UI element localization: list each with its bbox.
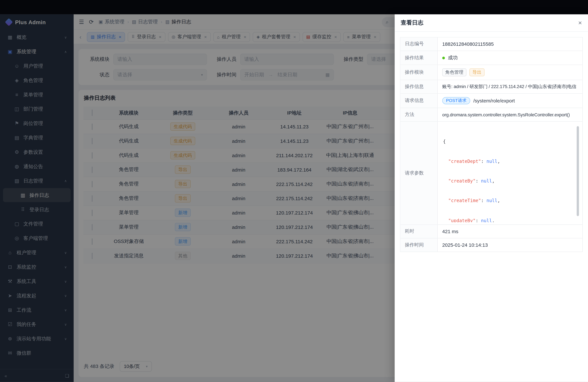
field-request: 请求信息 POST请求/system/role/export bbox=[400, 93, 582, 108]
post-method-tag: POST请求 bbox=[442, 97, 470, 104]
field-label: 耗时 bbox=[400, 225, 438, 238]
request-params-code[interactable]: { "createDept": null, "createBy": null, … bbox=[440, 124, 580, 222]
close-icon[interactable]: × bbox=[578, 19, 582, 27]
log-descriptions: 日志编号 1882612840802115585 操作结果 成功 操作模块 角色… bbox=[400, 37, 583, 252]
field-value: POST请求/system/role/export bbox=[438, 94, 583, 108]
field-params: 请求参数 { "createDept": null, "createBy": n… bbox=[400, 121, 582, 224]
field-value: 成功 bbox=[438, 51, 583, 64]
field-label: 操作模块 bbox=[400, 65, 438, 80]
scrollbar-thumb[interactable] bbox=[577, 126, 579, 216]
field-log-id: 日志编号 1882612840802115585 bbox=[400, 37, 582, 51]
window-top-strip bbox=[0, 0, 588, 14]
drawer-title: 查看日志 bbox=[401, 19, 423, 26]
request-path: /system/role/export bbox=[473, 98, 515, 104]
field-value: 1882612840802115585 bbox=[438, 37, 583, 51]
field-label: 操作信息 bbox=[400, 80, 438, 93]
field-value: 账号: admin / 研发部门 / 222.175.114.242 / 中国|… bbox=[438, 80, 583, 93]
field-label: 方法 bbox=[400, 108, 438, 121]
module-tag: 角色管理 bbox=[442, 68, 466, 76]
field-value: 421 ms bbox=[438, 225, 583, 238]
field-duration: 耗时 421 ms bbox=[400, 224, 582, 238]
field-result: 操作结果 成功 bbox=[400, 51, 582, 65]
field-label: 操作时间 bbox=[400, 238, 438, 252]
drawer-header: 查看日志 × bbox=[395, 14, 588, 32]
field-label: 日志编号 bbox=[400, 37, 438, 51]
field-value: 角色管理导出 bbox=[438, 65, 583, 80]
field-label: 请求信息 bbox=[400, 94, 438, 108]
field-value: 2025-01-24 10:14:13 bbox=[438, 238, 583, 252]
field-label: 请求参数 bbox=[400, 122, 438, 225]
field-value: { "createDept": null, "createBy": null, … bbox=[438, 122, 583, 225]
field-module: 操作模块 角色管理导出 bbox=[400, 64, 582, 80]
screen: Plus Admin ▦概览∨ ▣系统管理∧ ☺用户管理 ◈角色管理 ≡菜单管理… bbox=[0, 0, 588, 382]
field-method: 方法 org.dromara.system.controller.system.… bbox=[400, 108, 582, 121]
field-info: 操作信息 账号: admin / 研发部门 / 222.175.114.242 … bbox=[400, 80, 582, 93]
field-value: org.dromara.system.controller.system.Sys… bbox=[438, 108, 583, 121]
export-tag: 导出 bbox=[469, 68, 484, 76]
log-detail-drawer: 查看日志 × 日志编号 1882612840802115585 操作结果 成功 … bbox=[395, 14, 588, 382]
field-label: 操作结果 bbox=[400, 51, 438, 64]
drawer-body: 日志编号 1882612840802115585 操作结果 成功 操作模块 角色… bbox=[395, 32, 588, 257]
field-time: 操作时间 2025-01-24 10:14:13 bbox=[400, 238, 582, 252]
status-badge: 成功 bbox=[448, 54, 458, 61]
success-dot-icon bbox=[442, 57, 445, 59]
